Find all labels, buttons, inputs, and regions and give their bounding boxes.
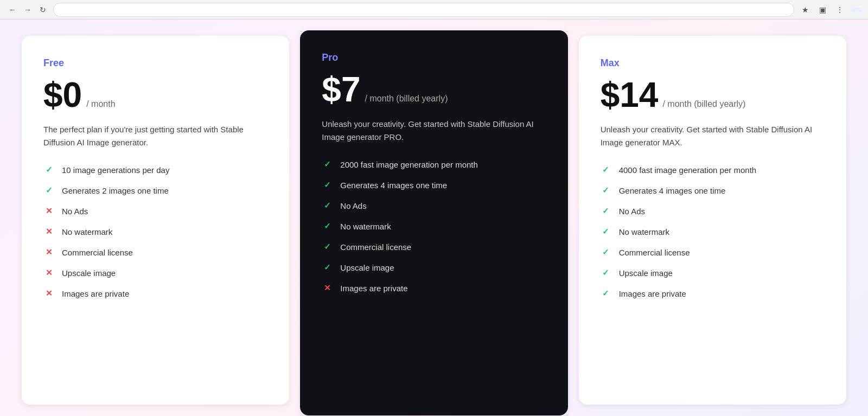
price-row-max: $14/ month (billed yearly) <box>601 78 825 112</box>
features-list-pro: ✓2000 fast image generation per month✓Ge… <box>322 159 546 293</box>
list-item: ✕Images are private <box>322 283 546 293</box>
feature-text: Commercial license <box>62 248 133 257</box>
cross-icon: ✕ <box>43 206 54 216</box>
price-period-pro: / month (billed yearly) <box>365 94 448 104</box>
list-item: ✕Commercial license <box>43 247 267 258</box>
feature-text: No watermark <box>62 227 112 236</box>
check-icon: ✓ <box>43 185 54 196</box>
price-amount-pro: $7 <box>322 72 360 107</box>
price-row-pro: $7/ month (billed yearly) <box>322 72 546 107</box>
cross-icon: ✕ <box>43 226 54 237</box>
check-icon: ✓ <box>601 206 611 216</box>
address-bar[interactable] <box>53 3 794 17</box>
check-icon: ✓ <box>601 164 611 175</box>
feature-text: Upscale image <box>340 263 394 272</box>
feature-text: No watermark <box>340 222 391 231</box>
check-icon: ✓ <box>601 267 611 278</box>
feature-text: No watermark <box>619 227 669 236</box>
feature-text: No Ads <box>340 201 366 210</box>
check-icon: ✓ <box>322 180 333 190</box>
feature-text: Generates 4 images one time <box>340 181 447 190</box>
feature-text: Images are private <box>62 289 129 298</box>
check-icon: ✓ <box>322 241 333 252</box>
check-icon: ✓ <box>322 262 333 273</box>
cross-icon: ✕ <box>43 247 54 258</box>
browser-bar: ← → ↻ ★ ▣ ⋮ <box>0 0 868 20</box>
check-icon: ✓ <box>322 221 333 232</box>
feature-text: Generates 4 images one time <box>619 186 726 195</box>
plan-name-pro: Pro <box>322 52 546 63</box>
plan-name-free: Free <box>43 57 267 69</box>
cross-icon: ✕ <box>43 288 54 299</box>
check-icon: ✓ <box>322 200 333 211</box>
feature-text: Images are private <box>619 289 686 298</box>
update-button[interactable] <box>851 8 861 12</box>
check-icon: ✓ <box>43 164 54 175</box>
feature-text: Images are private <box>340 284 407 293</box>
list-item: ✓2000 fast image generation per month <box>322 159 546 170</box>
check-icon: ✓ <box>322 159 333 170</box>
plan-description-pro: Unleash your creativity. Get started wit… <box>322 118 546 144</box>
feature-text: Generates 2 images one time <box>62 186 169 195</box>
price-amount-free: $0 <box>43 78 82 112</box>
page-content: Free$0/ monthThe perfect plan if you're … <box>0 20 868 416</box>
forward-button[interactable]: → <box>22 4 34 16</box>
list-item: ✕Upscale image <box>43 267 267 278</box>
price-row-free: $0/ month <box>43 78 267 112</box>
list-item: ✓10 image generations per day <box>43 164 267 175</box>
feature-text: Upscale image <box>62 268 116 278</box>
tab-icon[interactable]: ▣ <box>816 3 829 16</box>
list-item: ✓Generates 4 images one time <box>322 180 546 190</box>
list-item: ✓Upscale image <box>322 262 546 273</box>
check-icon: ✓ <box>601 226 611 237</box>
list-item: ✓Generates 2 images one time <box>43 185 267 196</box>
features-list-max: ✓4000 fast image generation per month✓Ge… <box>601 164 825 299</box>
plan-description-free: The perfect plan if you're just getting … <box>43 123 267 149</box>
list-item: ✓No Ads <box>601 206 825 216</box>
price-period-max: / month (billed yearly) <box>662 99 745 109</box>
feature-text: No Ads <box>619 207 645 216</box>
feature-text: Commercial license <box>619 248 690 257</box>
features-list-free: ✓10 image generations per day✓Generates … <box>43 164 267 299</box>
back-button[interactable]: ← <box>7 4 18 16</box>
price-period-free: / month <box>86 99 115 109</box>
list-item: ✕Images are private <box>43 288 267 299</box>
feature-text: Commercial license <box>340 242 411 252</box>
list-item: ✓Commercial license <box>322 241 546 252</box>
reload-button[interactable]: ↻ <box>37 4 49 16</box>
plan-card-max: Max$14/ month (billed yearly)Unleash you… <box>579 36 846 405</box>
list-item: ✓No watermark <box>601 226 825 237</box>
menu-icon[interactable]: ⋮ <box>833 3 846 16</box>
pricing-grid: Free$0/ monthThe perfect plan if you're … <box>16 36 852 415</box>
plan-name-max: Max <box>601 57 825 69</box>
check-icon: ✓ <box>601 185 611 196</box>
cross-icon: ✕ <box>43 267 54 278</box>
list-item: ✓4000 fast image generation per month <box>601 164 825 175</box>
list-item: ✓No Ads <box>322 200 546 211</box>
feature-text: No Ads <box>62 207 88 216</box>
plan-card-pro: Pro$7/ month (billed yearly)Unleash your… <box>300 30 567 415</box>
list-item: ✓Upscale image <box>601 267 825 278</box>
list-item: ✓Images are private <box>601 288 825 299</box>
cross-icon: ✕ <box>322 283 333 293</box>
list-item: ✓Generates 4 images one time <box>601 185 825 196</box>
feature-text: 2000 fast image generation per month <box>340 160 478 169</box>
list-item: ✕No Ads <box>43 206 267 216</box>
check-icon: ✓ <box>601 288 611 299</box>
plan-description-max: Unleash your creativity. Get started wit… <box>601 123 825 149</box>
list-item: ✓Commercial license <box>601 247 825 258</box>
feature-text: 4000 fast image generation per month <box>619 165 757 175</box>
list-item: ✓No watermark <box>322 221 546 232</box>
list-item: ✕No watermark <box>43 226 267 237</box>
plan-card-free: Free$0/ monthThe perfect plan if you're … <box>22 36 289 405</box>
feature-text: 10 image generations per day <box>62 165 169 175</box>
bookmark-icon[interactable]: ★ <box>799 3 812 16</box>
feature-text: Upscale image <box>619 268 673 278</box>
price-amount-max: $14 <box>601 78 659 112</box>
check-icon: ✓ <box>601 247 611 258</box>
